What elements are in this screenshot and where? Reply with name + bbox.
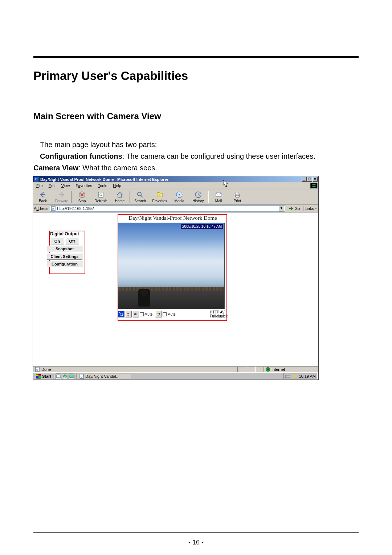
mic-button[interactable] xyxy=(155,311,162,317)
home-icon xyxy=(116,191,124,199)
configuration-button[interactable]: Configuration xyxy=(47,261,82,267)
go-button[interactable]: Go xyxy=(287,206,302,211)
zone-label: Internet xyxy=(271,367,285,372)
protocol-line-1: HTTP AV xyxy=(210,310,228,314)
taskbar-divider-1 xyxy=(54,373,55,379)
camera-horizon xyxy=(118,287,224,291)
tray-clock: 10:19 AM xyxy=(299,374,316,378)
svg-rect-27 xyxy=(286,376,289,376)
svg-text:e: e xyxy=(36,368,38,372)
close-button[interactable]: ✕ xyxy=(313,177,318,182)
back-arrow-icon xyxy=(39,191,47,199)
svg-text:e: e xyxy=(64,375,66,378)
sidebar-controls: Digital Output On Off Snapshot Client Se… xyxy=(44,231,85,268)
off-button[interactable]: Off xyxy=(65,238,79,244)
status-seg-1 xyxy=(238,366,246,372)
config-desc: : The camera can be configured using the… xyxy=(122,152,315,160)
snapshot-button[interactable]: Snapshot xyxy=(47,246,82,252)
svg-rect-28 xyxy=(286,377,289,377)
page-icon: e xyxy=(51,206,56,211)
svg-point-6 xyxy=(179,194,180,195)
status-seg-2 xyxy=(246,366,255,372)
address-input[interactable]: e http://192.168.1.195/ ▼ xyxy=(50,205,285,212)
taskbar-ie-task[interactable]: e Day/Night Vandal... xyxy=(77,373,131,379)
minimize-button[interactable]: _ xyxy=(302,177,307,182)
address-bar: Address e http://192.168.1.195/ ▼ Go Lin… xyxy=(33,204,318,212)
forward-arrow-icon xyxy=(58,191,66,199)
camera-panel: Day/Night Vandal-Proof Network Dome 2005… xyxy=(118,215,228,318)
menubar: FileEditViewFavoritesToolsHelp xyxy=(33,182,318,189)
stop-button[interactable]: Stop xyxy=(73,191,91,203)
quicklaunch-ie-icon[interactable]: e xyxy=(62,373,68,379)
mute-speaker-checkbox[interactable] xyxy=(140,312,144,316)
links-chevron-icon: » xyxy=(315,207,317,210)
page-number: - 16 - xyxy=(0,539,392,546)
back-button[interactable]: Back xyxy=(33,191,52,203)
svg-rect-16 xyxy=(159,313,160,315)
status-seg-3 xyxy=(255,366,264,372)
expand-button[interactable] xyxy=(118,311,124,317)
maximize-button[interactable]: ❐ xyxy=(307,177,312,182)
address-label: Address xyxy=(34,206,48,211)
para-intro: The main page layout has two parts: xyxy=(40,139,359,150)
tray-volume-icon[interactable] xyxy=(292,374,297,379)
camera-view-desc: : What the camera sees. xyxy=(78,164,157,172)
forward-button[interactable]: Forward xyxy=(52,191,71,203)
quicklaunch-outlook-icon[interactable] xyxy=(69,373,74,379)
talk-button[interactable] xyxy=(125,311,132,317)
address-value: http://192.168.1.195/ xyxy=(57,206,277,211)
camera-person-silhouette xyxy=(138,289,150,307)
status-left: e Done xyxy=(33,366,238,372)
search-button[interactable]: Search xyxy=(131,191,150,203)
protocol-line-2: Full-duplex xyxy=(210,314,228,318)
menu-edit[interactable]: Edit xyxy=(46,183,58,188)
webpage-content: Digital Output On Off Snapshot Client Se… xyxy=(33,212,318,366)
print-icon xyxy=(233,191,241,199)
media-button[interactable]: Media xyxy=(170,191,189,203)
mute-mic-checkbox[interactable] xyxy=(163,312,167,316)
toolbar: Back Forward Stop Refresh Home xyxy=(33,189,318,204)
speaker-button[interactable] xyxy=(132,311,139,317)
menu-tools[interactable]: Tools xyxy=(95,183,110,188)
menu-view[interactable]: View xyxy=(59,183,73,188)
toolbar-separator-3 xyxy=(208,191,209,203)
address-dropdown-button[interactable]: ▼ xyxy=(279,206,284,211)
config-label: Configuration functions xyxy=(40,152,122,160)
throbber-icon xyxy=(310,183,318,189)
refresh-label: Refresh xyxy=(94,199,107,203)
favorites-label: Favorites xyxy=(152,199,167,203)
mail-button[interactable]: Mail xyxy=(209,191,228,203)
system-tray: 10:19 AM xyxy=(283,373,318,379)
camera-timestamp: 2005/10/25 10:18:47 AM xyxy=(181,224,223,229)
quicklaunch-desktop-icon[interactable] xyxy=(56,373,61,379)
refresh-button[interactable]: Refresh xyxy=(91,191,110,203)
menu-file[interactable]: File xyxy=(34,183,45,188)
taskbar: Start e e Day/Night Vandal... 10:19 AM xyxy=(33,372,318,380)
mute-mic-label: Mute xyxy=(167,312,177,316)
on-button[interactable]: On xyxy=(50,238,64,244)
menu-favorites[interactable]: Favorites xyxy=(73,183,94,188)
tray-keyboard-icon[interactable] xyxy=(285,374,290,379)
statusbar: e Done Internet xyxy=(33,366,318,372)
window-title: Day/Night Vandal-Proof Network Dome - Mi… xyxy=(40,177,302,182)
toolbar-separator-2 xyxy=(130,191,130,203)
camera-foreground xyxy=(118,291,224,309)
top-rule xyxy=(33,56,359,58)
mail-label: Mail xyxy=(215,199,222,203)
menu-help[interactable]: Help xyxy=(110,183,124,188)
print-button[interactable]: Print xyxy=(228,191,247,203)
start-button[interactable]: Start xyxy=(34,373,53,379)
client-settings-button[interactable]: Client Settings xyxy=(47,253,82,260)
forward-label: Forward xyxy=(55,199,69,203)
camera-video-feed[interactable]: 2005/10/25 10:18:47 AM xyxy=(118,223,225,309)
favorites-button[interactable]: Favorites xyxy=(150,191,170,203)
media-icon xyxy=(175,191,183,199)
home-button[interactable]: Home xyxy=(110,191,129,203)
heading-2: Main Screen with Camera View xyxy=(33,111,359,121)
history-button[interactable]: History xyxy=(189,191,208,203)
status-text: Done xyxy=(41,367,51,372)
links-button[interactable]: Links » xyxy=(303,206,318,211)
toolbar-separator xyxy=(72,191,72,203)
speaker-icon xyxy=(134,312,138,316)
go-label: Go xyxy=(295,206,300,211)
